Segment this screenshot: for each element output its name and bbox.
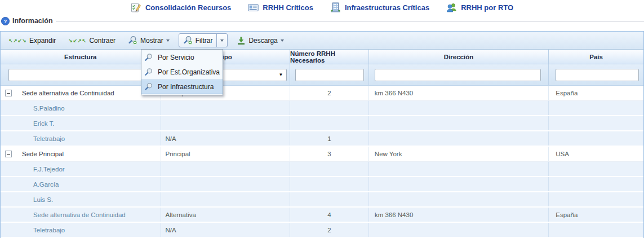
numero-cell: 2 [290, 86, 369, 100]
menu-item-por-infraestructura[interactable]: Por Infraestructura [141, 80, 223, 94]
pais-cell [549, 131, 643, 146]
collapse-toggle[interactable] [5, 151, 12, 157]
column-header-numero-rrhh[interactable]: Número RRHH Necesarios [290, 50, 369, 64]
direccion-cell [369, 223, 549, 237]
numero-cell [290, 162, 369, 176]
collapse-all-icon: ↘↙↗↖ [68, 38, 86, 43]
estructura-label: Teletrabajo [33, 135, 65, 142]
numero-cell [290, 177, 369, 191]
building-icon [330, 2, 341, 13]
estructura-label: Sede Principal [22, 151, 64, 157]
chevron-down-icon [220, 39, 224, 42]
direccion-cell [369, 192, 549, 206]
numero-cell [290, 101, 369, 115]
table-row[interactable]: Teletrabajo N/A 1 [1, 131, 643, 147]
download-icon [237, 36, 246, 45]
menu-item-por-servicio[interactable]: Por Servicio [141, 50, 223, 65]
nav-infraestructuras-criticas[interactable]: Infraestructuras Críticas [330, 2, 429, 13]
magnifier-icon [144, 53, 153, 62]
pais-cell [549, 223, 643, 237]
tipo-cell [161, 192, 291, 206]
nav-label: Consolidación Recursos [145, 3, 231, 12]
filtrar-label: Filtrar [196, 37, 213, 45]
filtrar-button[interactable]: Filtrar [179, 34, 217, 47]
table-row[interactable]: Sede Principal Principal 3 New York USA [1, 147, 643, 162]
mostrar-label: Mostrar [140, 37, 163, 45]
collapse-toggle[interactable] [5, 90, 12, 96]
pais-cell [549, 192, 643, 206]
direccion-filter-input[interactable] [375, 69, 541, 81]
estructura-filter-input[interactable] [8, 69, 154, 81]
tipo-cell: Principal [161, 147, 291, 161]
estructura-label: S.Paladino [33, 105, 65, 112]
pais-cell [549, 101, 643, 115]
menu-item-label: Por Servicio [158, 54, 194, 61]
column-header-pais[interactable]: País [549, 50, 643, 64]
tipo-cell: N/A [161, 131, 291, 146]
tipo-cell [161, 116, 291, 130]
column-header-direccion[interactable]: Dirección [369, 50, 549, 64]
table-row[interactable]: Sede alternativa de Continuidad Alternat… [1, 208, 643, 223]
table-row[interactable]: A.García [1, 177, 643, 192]
filtrar-split-button: Filtrar [179, 33, 228, 47]
contraer-label: Contraer [89, 37, 116, 45]
page: Consolidación Recursos RRHH Críticos [0, 0, 644, 238]
nav-consolidacion-recursos[interactable]: Consolidación Recursos [131, 2, 231, 13]
table-row[interactable]: F.J.Tejedor [1, 162, 643, 177]
menu-item-label: Por Est.Organizativa [158, 68, 220, 76]
top-navigation: Consolidación Recursos RRHH Críticos [0, 0, 644, 15]
menu-item-label: Por Infraestructura [158, 83, 214, 91]
expandir-button[interactable]: ↖↗↙↘ Expandir [5, 34, 59, 47]
contraer-button[interactable]: ↘↙↗↖ Contraer [65, 34, 119, 47]
magnifier-plus-icon [128, 36, 137, 45]
filter-cell-pais [549, 64, 643, 85]
estructura-label: Luis S. [33, 196, 53, 203]
table-row[interactable]: S.Paladino [1, 101, 643, 116]
pais-cell: España [549, 208, 643, 222]
expand-all-icon: ↖↗↙↘ [8, 38, 26, 43]
mostrar-button[interactable]: Mostrar [125, 33, 173, 47]
tipo-cell: N/A [161, 223, 291, 237]
filtrar-dropdown-menu: Por Servicio Por Est.Organizativa Por In… [141, 49, 223, 95]
idcard-icon [248, 2, 259, 13]
nav-rrhh-por-rto[interactable]: RRHH por RTO [446, 2, 513, 13]
tipo-cell [161, 177, 291, 191]
pais-cell [549, 116, 643, 130]
tipo-cell [161, 162, 291, 176]
estructura-label: Sede alternativa de Continuidad [22, 90, 114, 96]
direccion-cell [369, 116, 549, 130]
numero-cell: 3 [290, 147, 369, 161]
help-icon[interactable]: ? [1, 17, 10, 25]
section-title: Información [12, 17, 53, 25]
table-row[interactable]: Luis S. [1, 192, 643, 208]
descarga-button[interactable]: Descarga [233, 34, 287, 47]
table-row[interactable]: Erick T. [1, 116, 643, 131]
numero-cell [290, 116, 369, 130]
chevron-down-icon: ▼ [279, 72, 283, 77]
nav-rrhh-criticos[interactable]: RRHH Críticos [248, 2, 313, 13]
estructura-label: F.J.Tejedor [33, 166, 65, 173]
estructura-label: Sede alternativa de Continuidad [33, 211, 126, 218]
numero-filter-input[interactable] [295, 69, 364, 81]
chevron-down-icon [166, 39, 170, 42]
pais-filter-input[interactable] [556, 69, 639, 81]
direccion-cell [369, 162, 549, 176]
resources-grid: ↖↗↙↘ Expandir ↘↙↗↖ Contraer Mostrar [0, 31, 644, 238]
filtrar-dropdown-arrow[interactable] [217, 34, 227, 47]
filter-cell-numero [290, 64, 369, 85]
table-row[interactable]: Teletrabajo N/A 2 [1, 223, 643, 238]
menu-item-por-est-organizativa[interactable]: Por Est.Organizativa [141, 65, 223, 80]
svg-text:?: ? [4, 18, 7, 24]
chevron-down-icon [281, 39, 284, 42]
pais-cell: USA [549, 147, 643, 161]
magnifier-plus-icon [183, 36, 193, 45]
direccion-cell: km 366 N430 [369, 208, 549, 222]
pais-cell [549, 177, 643, 191]
pais-cell [549, 162, 643, 176]
informacion-legend: ? Información [0, 16, 644, 26]
nav-label: Infraestructuras Críticas [345, 3, 429, 12]
numero-cell [290, 192, 369, 206]
column-header-estructura[interactable]: Estructura [1, 50, 161, 64]
table-row[interactable]: Sede alternativa de Continuidad Principa… [1, 86, 643, 101]
edit-report-icon [131, 2, 141, 13]
